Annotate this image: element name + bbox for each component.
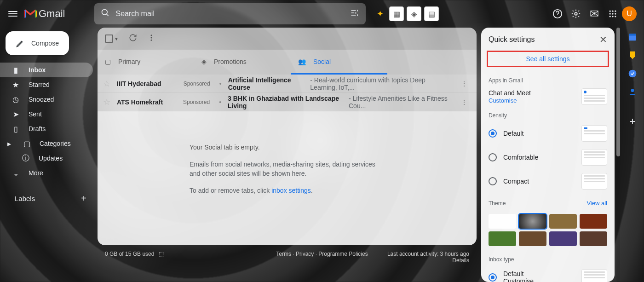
apps-section-label: Apps in Gmail <box>481 75 615 86</box>
gmail-logo[interactable]: Gmail <box>24 8 65 20</box>
settings-gear-icon[interactable] <box>567 5 585 23</box>
chat-preview-icon <box>581 88 607 105</box>
star-icon[interactable]: ☆ <box>103 79 110 89</box>
people-icon: 👥 <box>298 58 306 65</box>
sidebar-item-categories[interactable]: ▸▢Categories <box>0 136 93 151</box>
density-label: Comfortable <box>503 154 538 161</box>
input-tools-contacts-icon[interactable]: ◈ <box>407 6 421 21</box>
email-snippet: - Lifestyle Amenities Like a Fitness Cou… <box>349 95 451 109</box>
contacts-rail-icon[interactable] <box>628 87 637 97</box>
calendar-rail-icon[interactable] <box>628 32 637 41</box>
radio-icon <box>489 153 497 161</box>
info-icon: ⓘ <box>21 154 30 163</box>
theme-tile[interactable] <box>549 214 577 229</box>
search-bar[interactable] <box>94 3 366 24</box>
search-input[interactable] <box>115 10 350 18</box>
account-avatar[interactable]: U <box>622 6 637 21</box>
qs-scrollbar[interactable] <box>616 28 620 282</box>
row-more-icon[interactable]: ⋮ <box>457 98 471 106</box>
support-icon[interactable] <box>548 5 567 23</box>
star-icon: ★ <box>11 81 20 89</box>
compose-button[interactable]: Compose <box>6 31 69 55</box>
email-subject: 3 BHK in Ghaziabad with Landscape Living <box>228 95 342 109</box>
pencil-icon <box>16 39 25 48</box>
refresh-icon[interactable] <box>129 34 137 44</box>
input-tools-keep-icon[interactable]: ▤ <box>424 6 439 21</box>
sidebar-item-updates[interactable]: ⓘUpdates <box>0 151 93 166</box>
header-actions: ✦ ▦ ◈ ▤ <box>377 6 439 21</box>
sidebar-item-label: Starred <box>29 81 50 88</box>
theme-tile[interactable] <box>549 231 577 246</box>
inbox-type-default[interactable]: Default Customise <box>481 265 615 282</box>
sidebar-item-more[interactable]: ⌄More <box>0 166 93 180</box>
theme-tile[interactable] <box>580 214 607 229</box>
terms-link[interactable]: Terms <box>276 251 291 257</box>
search-options-icon[interactable] <box>350 8 359 20</box>
email-row[interactable]: ☆IIIT HyderabadSponsored• Artificial Int… <box>98 75 477 93</box>
svg-point-12 <box>615 16 616 17</box>
more-icon[interactable] <box>147 34 155 44</box>
sidebar-item-label: Drafts <box>29 125 46 132</box>
policies-link[interactable]: Programme Policies <box>318 251 368 257</box>
footer: 0 GB of 15 GB used ⬚ Terms · Privacy · P… <box>98 245 477 269</box>
details-link[interactable]: Details <box>452 257 469 264</box>
density-label: Default <box>503 130 523 137</box>
email-subject: Artificial Intelligence Course <box>228 76 304 91</box>
tag-icon: ◈ <box>201 58 207 65</box>
tab-social[interactable]: 👥Social <box>291 50 387 75</box>
mail-icon[interactable]: ✉ <box>585 5 604 23</box>
keep-rail-icon[interactable] <box>628 51 637 60</box>
svg-point-11 <box>612 16 613 17</box>
main-menu-icon[interactable] <box>7 8 18 19</box>
privacy-link[interactable]: Privacy <box>296 251 314 257</box>
sidebar-item-sent[interactable]: ➤Sent <box>0 107 93 121</box>
theme-tile[interactable] <box>519 214 546 229</box>
theme-tile[interactable] <box>489 214 516 229</box>
see-all-settings-button[interactable]: See all settings <box>487 51 609 67</box>
sidebar-item-snoozed[interactable]: ◷Snoozed <box>0 92 93 107</box>
tasks-rail-icon[interactable] <box>628 69 637 78</box>
add-label-icon[interactable]: + <box>81 193 86 204</box>
tab-primary[interactable]: ▢Primary <box>98 50 194 75</box>
radio-icon <box>489 129 497 138</box>
add-rail-icon[interactable]: + <box>629 115 636 128</box>
density-option-default[interactable]: Default <box>481 121 615 145</box>
theme-tile[interactable] <box>489 231 516 246</box>
search-icon[interactable] <box>101 8 110 19</box>
input-tools-calendar-icon[interactable]: ▦ <box>389 6 404 21</box>
chat-customise-link[interactable]: Customise <box>489 97 517 104</box>
folder-icon: ▢ <box>22 139 31 148</box>
theme-view-all-link[interactable]: View all <box>586 200 607 207</box>
quick-settings-panel: Quick settings ✕ See all settings Apps i… <box>481 28 615 282</box>
empty-action-text: To add or remove tabs, click inbox setti… <box>190 186 385 196</box>
density-option-compact[interactable]: Compact <box>481 169 615 193</box>
svg-point-13 <box>150 35 152 36</box>
theme-tile[interactable] <box>519 231 546 246</box>
tab-label: Primary <box>118 58 140 65</box>
quick-settings-title: Quick settings <box>489 35 535 44</box>
tab-label: Promotions <box>214 58 247 65</box>
tab-promotions[interactable]: ◈Promotions <box>194 50 291 75</box>
density-option-comfortable[interactable]: Comfortable <box>481 145 615 169</box>
row-more-icon[interactable]: ⋮ <box>457 80 471 87</box>
svg-point-10 <box>610 16 611 17</box>
open-storage-icon[interactable]: ⬚ <box>159 251 164 257</box>
sidebar: Compose ▮Inbox★Starred◷Snoozed➤Sent▯Draf… <box>0 28 97 282</box>
star-icon[interactable]: ☆ <box>103 97 110 107</box>
sidebar-item-starred[interactable]: ★Starred <box>0 77 93 92</box>
select-all-checkbox[interactable]: ▼ <box>105 35 119 43</box>
sparkle-icon[interactable]: ✦ <box>377 9 384 19</box>
svg-point-3 <box>575 12 577 15</box>
close-icon[interactable]: ✕ <box>599 34 607 45</box>
svg-point-15 <box>150 40 152 41</box>
sidebar-item-drafts[interactable]: ▯Drafts <box>0 121 93 136</box>
inbox-customise-link[interactable]: Customise <box>503 277 534 282</box>
sidebar-item-inbox[interactable]: ▮Inbox <box>0 63 93 77</box>
send-icon: ➤ <box>11 110 20 119</box>
email-row[interactable]: ☆ATS HomekraftSponsored• 3 BHK in Ghazia… <box>98 93 477 111</box>
apps-grid-icon[interactable] <box>604 5 622 23</box>
empty-title: Your Social tab is empty. <box>190 144 385 151</box>
svg-point-9 <box>615 13 616 14</box>
theme-tile[interactable] <box>580 231 607 246</box>
inbox-settings-link[interactable]: inbox settings <box>271 187 311 194</box>
